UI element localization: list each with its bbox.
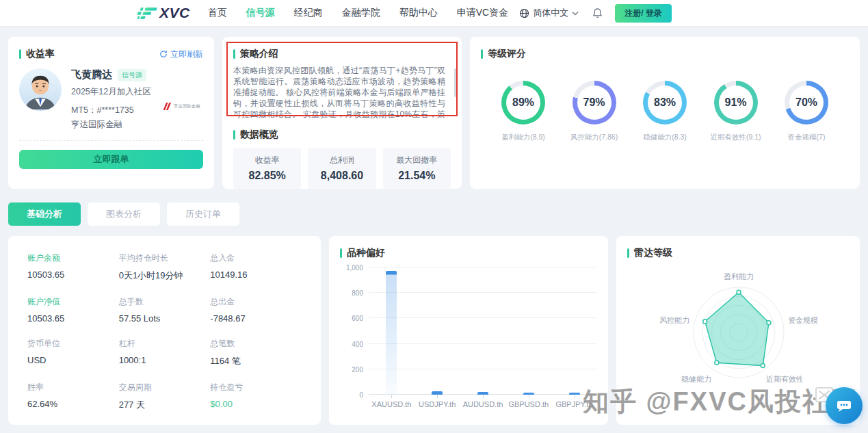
strategy-title: 策略介绍: [233, 48, 451, 60]
language-selector[interactable]: 简体中文: [519, 7, 579, 19]
tab-history-orders[interactable]: 历史订单: [167, 202, 239, 226]
account-cell-equity: 账户净值10503.65: [27, 296, 119, 324]
radar-svg: 盈利能力资金规模近期有效性稳健能力风控能力: [627, 262, 849, 402]
rating-rings: 89%盈利能力(8.9)79%风控能力(7.86)83%稳健能力(8.3)91%…: [481, 81, 849, 142]
ring-percent: 70%: [785, 81, 828, 124]
bars: [369, 267, 597, 395]
account-label: 胜率: [27, 382, 119, 393]
ring-percent: 91%: [714, 81, 758, 124]
mt5-account: MT5：#****1735: [71, 105, 151, 116]
scrollbar-thumb[interactable]: [454, 68, 457, 97]
x-axis-tick: [529, 395, 529, 398]
stat-value: 82.85%: [249, 170, 286, 182]
fxvc-logo[interactable]: XVC: [137, 5, 190, 21]
account-value: 10149.16: [210, 270, 302, 280]
refresh-label: 立即刷新: [170, 49, 203, 60]
stat-max-drawdown: 最大回撤率21.54%: [383, 148, 451, 189]
tab-chart-analysis[interactable]: 图表分析: [88, 202, 160, 226]
tab-basic-analysis[interactable]: 基础分析: [8, 202, 81, 226]
bar-column: [369, 267, 415, 395]
account-label: 账户余额: [27, 252, 119, 264]
data-overview-title: 数据概览: [233, 129, 451, 141]
y-axis-tick: 800: [352, 289, 363, 297]
account-label: 货币单位: [27, 338, 119, 350]
stat-value: 8,408.60: [321, 170, 363, 182]
stat-label: 总利润: [330, 155, 354, 166]
radar-rating-title: 雷达等级: [627, 247, 849, 259]
account-label: 总入金: [210, 252, 302, 264]
trader-avatar: [19, 68, 62, 111]
broker-name: 亨达国际金融: [71, 119, 151, 131]
y-axis-tick: 200: [352, 365, 363, 373]
strategy-card: 策略介绍 本策略由资深风控团队领航，通过“震荡马丁+趋势马丁”双系统智能运行。震…: [222, 37, 462, 189]
radar-axis-label: 近期有效性: [766, 375, 804, 383]
strategy-description[interactable]: 本策略由资深风控团队领航，通过“震荡马丁+趋势马丁”双系统智能运行。震荡策略动态…: [233, 65, 451, 120]
title-accent-bar: [233, 130, 235, 140]
ring-percent: 83%: [643, 81, 687, 124]
top-nav-bar: XVC 首页信号源经纪商金融学院帮助中心申请VC资金 简体中文: [0, 0, 868, 26]
bar-column: [505, 267, 551, 395]
rating-ring-risk-control: 79%风控能力(7.86): [562, 81, 627, 142]
account-cell-currency: 货币单位USD: [27, 338, 119, 367]
account-value: 0天1小时19分钟: [119, 270, 211, 282]
ring-label: 风控能力(7.86): [570, 133, 618, 142]
nav-item-home[interactable]: 首页: [208, 7, 227, 19]
profit-rate-card: 收益率 立即刷新: [8, 37, 214, 189]
account-cell-avg-holding-time: 平均持仓时长0天1小时19分钟: [119, 252, 211, 282]
notification-bell-icon[interactable]: [592, 8, 603, 18]
trader-name: 飞黄腾达: [71, 68, 112, 81]
radar-axis-label: 盈利能力: [724, 272, 754, 280]
account-value: 62.64%: [27, 399, 119, 409]
bar-column: [415, 267, 460, 395]
radar-axis-label: 稳健能力: [681, 375, 711, 383]
nav-item-academy[interactable]: 金融学院: [342, 7, 380, 19]
x-axis-tick: [483, 395, 484, 398]
ring-progress: 70%: [785, 81, 828, 124]
bar-column: [551, 267, 597, 395]
account-value: 57.55 Lots: [119, 313, 211, 324]
account-value: 1164 笔: [210, 355, 302, 367]
customer-service-button[interactable]: [826, 387, 863, 424]
y-axis-tick: 600: [352, 315, 363, 322]
divider: [19, 140, 203, 141]
account-cell-balance: 账户余额10503.65: [27, 252, 119, 282]
bar: [569, 393, 580, 395]
nav-item-signal-source[interactable]: 信号源: [246, 7, 275, 19]
account-cell-total-trades: 总笔数1164 笔: [210, 338, 302, 367]
account-value: -7848.67: [210, 313, 302, 324]
title-accent-bar: [233, 49, 235, 59]
account-label: 总笔数: [210, 338, 302, 350]
account-label: 杠杆: [119, 338, 211, 350]
account-value: 10503.65: [27, 313, 119, 324]
symbol-preference-bar-chart: 02004006008001,000 XAUUSD.thUSDJPY.thAUD…: [369, 267, 597, 408]
stat-label: 最大回撤率: [396, 155, 437, 166]
rating-title: 等级评分: [481, 48, 849, 60]
refresh-now-link[interactable]: 立即刷新: [159, 49, 203, 60]
rating-ring-capital-scale: 70%资金规模(7): [774, 81, 839, 142]
nav-item-brokers[interactable]: 经纪商: [294, 7, 323, 19]
x-axis-label: XAUUSD.th: [369, 400, 415, 408]
account-cell-total-lots: 总手数57.55 Lots: [119, 296, 211, 324]
y-axis-tick: 0: [359, 391, 363, 399]
language-label: 简体中文: [533, 7, 568, 19]
account-value: 1000:1: [119, 355, 211, 365]
account-label: 总手数: [119, 296, 211, 308]
nav-item-apply-vc-funds[interactable]: 申请VC资金: [457, 7, 508, 19]
nav-item-help-center[interactable]: 帮助中心: [399, 7, 438, 19]
broker-logo: 亨达国际金融: [163, 103, 200, 110]
broker-logo-text: 亨达国际金融: [174, 103, 200, 109]
title-accent-bar: [340, 248, 342, 258]
follow-now-button[interactable]: 立即跟单: [19, 150, 203, 169]
bar: [386, 271, 397, 395]
title-accent-bar: [481, 49, 483, 59]
chat-icon: [836, 399, 852, 413]
x-axis-label: GBPUSD.th: [505, 400, 551, 408]
account-grid: 账户余额10503.65平均持仓时长0天1小时19分钟总入金10149.16账户…: [19, 247, 310, 411]
register-login-button[interactable]: 注册/ 登录: [615, 4, 672, 23]
y-axis-tick: 1,000: [346, 264, 363, 272]
ring-percent: 79%: [573, 81, 616, 124]
chevron-down-icon: [572, 11, 579, 16]
y-axis-tick: 400: [352, 340, 363, 347]
account-label: 平均持仓时长: [119, 252, 211, 264]
bar-column: [460, 267, 506, 395]
